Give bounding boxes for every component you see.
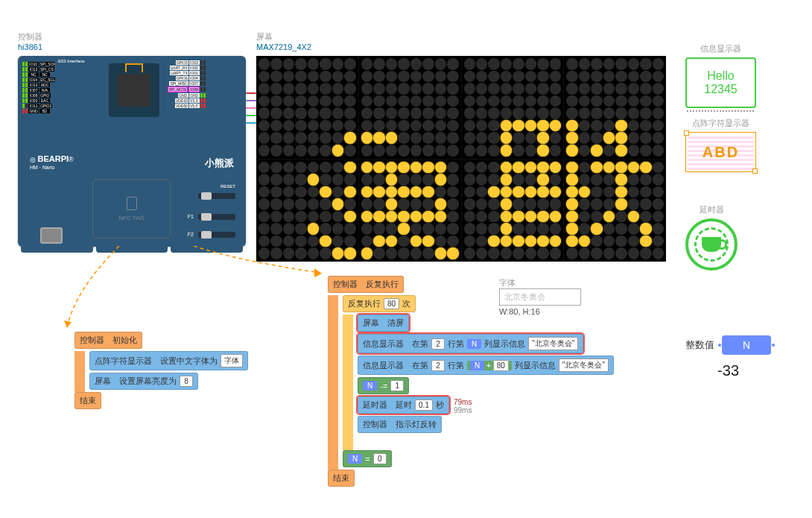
info-line2: 12345	[704, 83, 738, 96]
dotfont-sample: ABD	[688, 134, 754, 170]
info-line1: Hello	[707, 69, 734, 83]
controller-label: 控制器	[18, 31, 42, 42]
right-pin-block: GPIO5IO03UART_RXIO00UART_TXIO01GPIO6IO04…	[167, 60, 206, 109]
left-pin-block: IO10SPI_SCK IO12SPI_CS NCNC IO14I2C_SCL …	[21, 60, 57, 116]
cup-icon	[702, 237, 721, 252]
e53-label: E53 Interface	[58, 59, 85, 63]
board-logo: ◎ BEARPI® HM · Nano	[30, 154, 74, 171]
wire-red	[246, 92, 256, 94]
switch-1[interactable]	[198, 193, 235, 199]
dotfont-block: 点阵字符显示器 ABD	[685, 118, 756, 172]
screen-label-block: 屏幕 MAX7219_4X2	[256, 31, 311, 51]
loop-reset-n[interactable]: N=0	[343, 450, 392, 467]
loop-repeat[interactable]: 反复执行80次	[343, 295, 416, 312]
brand-label: 小熊派	[205, 157, 234, 170]
int-badge[interactable]: 整数值 N	[685, 335, 771, 355]
loop-decr[interactable]: N-=1	[358, 377, 409, 394]
code-loop[interactable]: 控制器 反复执行 反复执行80次 屏幕 清屏 信息显示器 在第 2行第 N列显示…	[328, 276, 614, 489]
timer-icon[interactable]	[685, 218, 738, 271]
dotfont-display[interactable]: ABD	[685, 132, 756, 172]
intvar-block: 整数值 N -33	[685, 335, 771, 379]
init-end[interactable]: 结束	[74, 392, 101, 409]
reset-label: RESET	[221, 184, 235, 189]
svg-marker-0	[64, 320, 72, 328]
loop-toggle[interactable]: 控制器 指示灯反转	[358, 416, 442, 433]
switch-f2[interactable]	[198, 232, 235, 238]
loop-msg1[interactable]: 信息显示器 在第 2行第 N列显示信息 "北京冬奥会"	[358, 334, 583, 353]
timer-block: 延时器	[685, 204, 738, 271]
switch-f1[interactable]	[198, 214, 235, 220]
intvar-label: 整数值	[685, 338, 714, 352]
wire-cyan	[246, 122, 256, 124]
usb-port	[40, 227, 63, 244]
loop-head[interactable]: 控制器 反复执行	[328, 276, 404, 293]
loop-clear[interactable]: 屏幕 清屏	[358, 315, 409, 332]
dotfont-label: 点阵字符显示器	[685, 118, 756, 129]
info-display-label: 信息显示器	[685, 43, 756, 54]
intvar-name: N	[722, 335, 771, 355]
controller-label-block: 控制器 hi3861	[18, 31, 42, 51]
timer-label: 延时器	[685, 204, 738, 215]
wire-green	[246, 115, 256, 116]
f2-label: F2	[188, 232, 194, 237]
code-init[interactable]: 控制器 初始化 点阵字符显示器 设置中文字体为 字体 屏幕 设置屏幕亮度为 8 …	[74, 332, 248, 411]
wire-pink	[246, 107, 256, 109]
nfc-zone: NFC TAG	[92, 179, 171, 239]
svg-marker-1	[314, 268, 322, 277]
mcu-chip	[109, 63, 159, 117]
init-head[interactable]: 控制器 初始化	[74, 332, 142, 349]
delay-times: 79ms 99ms	[454, 398, 472, 414]
info-display-block: 信息显示器 Hello 12345	[685, 43, 756, 108]
controller-board[interactable]: E53 Interface IO10SPI_SCK IO12SPI_CS NCN…	[18, 56, 246, 247]
controller-chip: hi3861	[18, 42, 42, 51]
loop-end[interactable]: 结束	[328, 470, 355, 487]
init-setfont[interactable]: 点阵字符显示器 设置中文字体为 字体	[89, 351, 248, 370]
intvar-value: -33	[685, 362, 771, 379]
f1-label: F1	[188, 214, 194, 219]
loop-delay[interactable]: 延时器 延时 0.1秒	[358, 397, 449, 414]
screen-label: 屏幕	[256, 31, 311, 42]
info-display[interactable]: Hello 12345	[685, 57, 756, 108]
divider-dots	[687, 110, 754, 112]
led-matrix[interactable]	[256, 56, 666, 262]
wire-purple	[246, 100, 256, 101]
loop-msg2[interactable]: 信息显示器 在第 2行第 N + 80 列显示信息 "北京冬奥会"	[358, 356, 614, 375]
init-brightness[interactable]: 屏幕 设置屏幕亮度为 8	[89, 373, 198, 390]
screen-chip: MAX7219_4X2	[256, 42, 311, 51]
